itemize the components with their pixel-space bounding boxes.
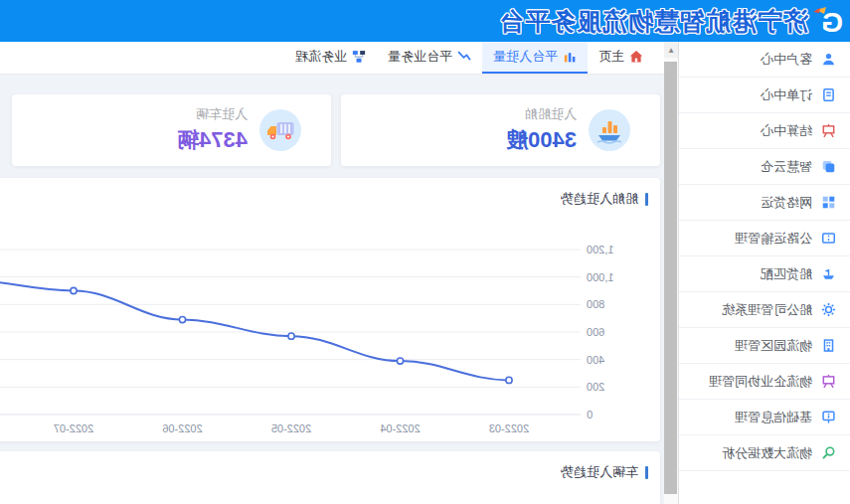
- logistics-park-icon: [821, 338, 836, 353]
- sidebar-item-network-freight[interactable]: 网络货运: [679, 185, 850, 221]
- sidebar-item-label: 网络货运: [761, 194, 812, 212]
- title-accent-bar: [645, 193, 648, 206]
- sidebar-item-customer[interactable]: 客户中心: [679, 42, 850, 78]
- road-transport-icon: [821, 231, 836, 246]
- g-flame-logo-icon: G: [812, 4, 846, 38]
- scrollbar-thumb[interactable]: [664, 62, 677, 494]
- tab-bar-chart[interactable]: 平台入驻量: [482, 42, 588, 74]
- sidebar-item-cloud-warehouse[interactable]: 智慧云仓: [679, 149, 850, 185]
- sidebar-item-collab-easel[interactable]: 物流企业协同管理: [679, 364, 850, 400]
- svg-text:2022-07: 2022-07: [54, 422, 93, 434]
- ship-trend-title-text: 船舶入驻趋势: [561, 190, 638, 208]
- sidebar-item-label: 物流大数据分析: [722, 444, 812, 462]
- stat-cards-row: 入驻船舶3400艘入驻车辆4374辆: [12, 94, 660, 166]
- sidebar-scrollbar[interactable]: ▲: [664, 42, 679, 504]
- tabs-bar: 主页平台入驻量平台业务量业务流程: [0, 42, 664, 75]
- sidebar: 客户中心订单中心结算中心智慧云仓网络货运公路运输管理船货匹配船公司管理系统物流园…: [679, 42, 850, 504]
- tab-label: 主页: [598, 48, 624, 66]
- sidebar-item-label: 船公司管理系统: [722, 301, 812, 319]
- vehicle-trend-title: 车辆入驻趋势: [0, 451, 660, 481]
- stat-label: 入驻船舶: [506, 105, 577, 123]
- content-area: 入驻船舶3400艘入驻车辆4374辆 船舶入驻趋势 02004006008001…: [0, 75, 664, 504]
- home-icon: [629, 50, 643, 64]
- sidebar-item-label: 客户中心: [761, 51, 812, 69]
- sidebar-item-label: 船货匹配: [761, 265, 812, 283]
- tab-flow[interactable]: 业务流程: [284, 42, 377, 74]
- network-freight-icon: [821, 195, 836, 210]
- stat-card-ship-chart: 入驻船舶3400艘: [341, 94, 660, 166]
- settlement-easel-icon: [821, 123, 836, 138]
- stat-label: 入驻车辆: [177, 105, 248, 123]
- tab-home[interactable]: 主页: [588, 42, 654, 74]
- flow-icon: [352, 50, 366, 64]
- page-title: 济宁港航智慧物流服务平台: [498, 5, 808, 38]
- sidebar-item-label: 物流园区管理: [735, 337, 812, 355]
- bar-chart-icon: [563, 50, 577, 64]
- tab-line-chart[interactable]: 平台业务量: [377, 42, 482, 74]
- stat-card-truck: 入驻车辆4374辆: [12, 94, 331, 166]
- scroll-up-button[interactable]: ▲: [664, 42, 678, 58]
- sidebar-item-label: 公路运输管理: [735, 230, 812, 248]
- info-board-icon: [821, 410, 836, 424]
- app-body: 客户中心订单中心结算中心智慧云仓网络货运公路运输管理船货匹配船公司管理系统物流园…: [0, 42, 850, 504]
- ship-trend-panel: 船舶入驻趋势 02004006008001,0001,2002022-03202…: [0, 178, 660, 441]
- svg-text:2022-03: 2022-03: [489, 422, 529, 434]
- stat-value: 3400艘: [506, 125, 577, 155]
- gear-icon: [821, 302, 836, 317]
- screen: G 济宁港航智慧物流服务平台 客户中心订单中心结算中心智慧云仓网络货运公路运输管…: [0, 0, 850, 504]
- svg-text:400: 400: [587, 354, 604, 366]
- vehicle-trend-title-text: 车辆入驻趋势: [561, 463, 638, 481]
- cloud-warehouse-icon: [821, 159, 836, 174]
- sidebar-item-road-transport[interactable]: 公路运输管理: [679, 221, 850, 256]
- sidebar-item-ship-cargo-match[interactable]: 船货匹配: [679, 256, 850, 292]
- svg-text:2022-04: 2022-04: [380, 422, 420, 434]
- tab-label: 平台业务量: [388, 48, 452, 66]
- svg-text:0: 0: [587, 409, 593, 420]
- sidebar-item-order[interactable]: 订单中心: [679, 78, 850, 113]
- stat-value: 4374辆: [177, 125, 248, 155]
- svg-text:1,200: 1,200: [587, 244, 614, 255]
- truck-icon: [259, 109, 301, 151]
- tab-label: 业务流程: [295, 48, 347, 66]
- svg-text:600: 600: [587, 326, 604, 338]
- ship-cargo-match-icon: [821, 266, 836, 281]
- ship-trend-chart: 02004006008001,0001,2002022-032022-04202…: [0, 212, 660, 454]
- svg-text:800: 800: [587, 298, 604, 310]
- sidebar-item-settlement-easel[interactable]: 结算中心: [679, 113, 850, 149]
- collab-easel-icon: [821, 374, 836, 389]
- sidebar-item-logistics-park[interactable]: 物流园区管理: [679, 328, 850, 364]
- sidebar-item-label: 结算中心: [761, 122, 812, 140]
- svg-text:200: 200: [587, 381, 604, 393]
- sidebar-item-label: 物流企业协同管理: [709, 373, 812, 391]
- main-area: 主页平台入驻量平台业务量业务流程 入驻船舶3400艘入驻车辆4374辆 船舶入驻…: [0, 42, 664, 504]
- sidebar-item-info-board[interactable]: 基础信息管理: [679, 400, 850, 435]
- ship-chart-icon: [589, 109, 630, 151]
- title-accent-bar: [645, 466, 648, 479]
- tab-label: 平台入驻量: [493, 48, 558, 66]
- ship-trend-title: 船舶入驻趋势: [0, 178, 660, 208]
- sidebar-item-label: 智慧云仓: [761, 158, 812, 176]
- app-header: G 济宁港航智慧物流服务平台: [0, 0, 850, 42]
- order-icon: [821, 87, 836, 102]
- svg-text:2022-05: 2022-05: [271, 422, 311, 434]
- svg-text:1,000: 1,000: [587, 271, 614, 283]
- customer-icon: [821, 52, 836, 67]
- sidebar-item-label: 订单中心: [761, 86, 812, 104]
- sidebar-item-magnifier[interactable]: 物流大数据分析: [679, 435, 850, 471]
- scroll-up-arrow-icon: ▲: [667, 46, 675, 55]
- sidebar-item-label: 基础信息管理: [735, 409, 812, 426]
- magnifier-icon: [821, 445, 836, 460]
- svg-text:2022-06: 2022-06: [162, 422, 202, 434]
- vehicle-trend-panel: 车辆入驻趋势: [0, 451, 660, 504]
- sidebar-item-gear[interactable]: 船公司管理系统: [679, 292, 850, 328]
- line-chart-icon: [457, 50, 471, 64]
